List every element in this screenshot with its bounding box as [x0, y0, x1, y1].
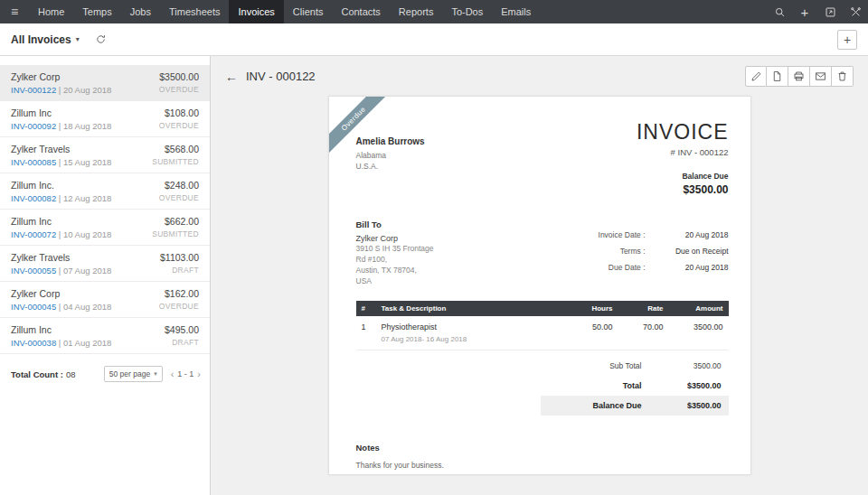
customer-address-line: Austin, TX 78704,	[356, 265, 434, 276]
pdf-button[interactable]	[767, 66, 788, 87]
refresh-button[interactable]	[92, 31, 110, 49]
invoice-status-badge: OVERDUE	[159, 121, 199, 130]
detail-header: ← INV - 000122	[211, 56, 868, 94]
status-ribbon-wrap: Overdue	[329, 97, 396, 163]
search-button[interactable]	[767, 0, 792, 23]
meta-row: Invoice Date : 20 Aug 2018	[599, 230, 729, 239]
invoice-list-item[interactable]: Zylker Corp INV-000122 | 20 Aug 2018 $35…	[0, 65, 210, 101]
invoice-list-item[interactable]: Zillum Inc INV-000072 | 10 Aug 2018 $662…	[0, 210, 210, 246]
nav-item-clients[interactable]: Clients	[284, 0, 333, 23]
invoice-number-link[interactable]: INV-000045	[11, 302, 56, 312]
separator: |	[59, 229, 61, 239]
balance-label: Balance Due	[592, 401, 641, 410]
subtotal-label: Sub Total	[609, 361, 641, 370]
invoice-list-item[interactable]: Zillum Inc INV-000092 | 18 Aug 2018 $108…	[0, 101, 210, 137]
total-label: Total	[623, 381, 642, 390]
quick-create-button[interactable]: +	[792, 0, 817, 23]
invoice-list-item[interactable]: Zillum Inc INV-000038 | 01 Aug 2018 $495…	[0, 318, 210, 354]
invoice-list-item[interactable]: Zylker Travels INV-000085 | 15 Aug 2018 …	[0, 137, 210, 173]
billto-row: Bill To Zylker Corp 3910 S IH 35 Frontag…	[356, 219, 729, 286]
total-count-label: Total Count :	[11, 369, 63, 379]
separator: |	[59, 266, 61, 276]
invoice-number-link[interactable]: INV-000122	[11, 85, 56, 95]
nav-item-jobs[interactable]: Jobs	[121, 0, 160, 23]
invoice-meta: INV-000092 | 18 Aug 2018	[11, 121, 111, 131]
invoice-number-link[interactable]: INV-000055	[11, 266, 56, 276]
panel-button[interactable]	[817, 0, 843, 23]
nav-item-emails[interactable]: Emails	[492, 0, 540, 23]
invoice-number-link[interactable]: INV-000092	[11, 121, 56, 131]
filter-label: All Invoices	[11, 33, 71, 46]
nav-item-contacts[interactable]: Contacts	[332, 0, 389, 23]
invoice-doc-title: INVOICE	[637, 120, 729, 145]
customer-address-line: USA	[356, 276, 434, 286]
meta-value: 20 Aug 2018	[646, 263, 729, 272]
invoice-title-block: INVOICE # INV - 000122 Balance Due $3500…	[637, 120, 729, 196]
nav-item-home[interactable]: Home	[29, 0, 73, 23]
invoice-list-sidebar: Zylker Corp INV-000122 | 20 Aug 2018 $35…	[0, 56, 211, 495]
email-button[interactable]	[810, 66, 832, 87]
top-navigation: ≡ Home Temps Jobs Timesheets Invoices Cl…	[0, 0, 868, 23]
invoice-document: Overdue Amelia Burrows Alabama U.S.A. IN…	[328, 96, 751, 475]
invoice-item-info: Zillum Inc. INV-000082 | 12 Aug 2018	[11, 180, 111, 203]
nav-item-timesheets[interactable]: Timesheets	[160, 0, 229, 23]
document-icon	[771, 70, 783, 82]
print-button[interactable]	[788, 66, 810, 87]
add-invoice-button[interactable]: +	[837, 30, 857, 50]
separator: |	[59, 193, 61, 203]
invoice-amount: $1103.00	[160, 252, 199, 263]
invoice-list-item[interactable]: Zylker Travels INV-000055 | 07 Aug 2018 …	[0, 246, 210, 282]
invoice-meta: INV-000055 | 07 Aug 2018	[11, 266, 111, 276]
invoice-item-amounts: $495.00 DRAFT	[165, 324, 199, 348]
next-page-button[interactable]: ›	[195, 369, 203, 379]
col-header-amount: Amount	[669, 301, 729, 316]
edit-button[interactable]	[745, 66, 767, 87]
invoice-date: 01 Aug 2018	[63, 338, 111, 348]
prev-page-button[interactable]: ‹	[169, 369, 176, 379]
invoice-company: Zillum Inc	[11, 216, 111, 227]
nav-item-reports[interactable]: Reports	[390, 0, 443, 23]
tools-button[interactable]	[843, 0, 868, 23]
invoice-item-info: Zylker Corp INV-000122 | 20 Aug 2018	[11, 71, 111, 95]
pagination: ‹ 1 - 1 ›	[169, 369, 203, 379]
separator: |	[59, 157, 61, 167]
invoice-meta: INV-000085 | 15 Aug 2018	[11, 157, 111, 167]
invoice-number-link[interactable]: INV-000082	[11, 193, 56, 203]
invoice-number-link[interactable]: INV-000085	[11, 157, 56, 167]
invoice-status-badge: SUBMITTED	[152, 157, 199, 166]
invoice-list-item[interactable]: Zylker Corp INV-000045 | 04 Aug 2018 $16…	[0, 282, 210, 318]
refresh-icon	[95, 33, 107, 45]
nav-item-todos[interactable]: To-Dos	[442, 0, 492, 23]
back-button[interactable]: ←	[225, 70, 238, 84]
pencil-icon	[750, 70, 762, 82]
topnav-spacer	[540, 0, 767, 23]
invoice-date: 07 Aug 2018	[63, 266, 111, 276]
line-num: 1	[356, 316, 376, 350]
invoice-item-info: Zylker Travels INV-000055 | 07 Aug 2018	[11, 252, 111, 276]
line-items-table: # Task & Description Hours Rate Amount 1	[356, 301, 729, 350]
nav-item-temps[interactable]: Temps	[73, 0, 120, 23]
invoice-number-link[interactable]: INV-000072	[11, 229, 56, 239]
invoice-status-badge: OVERDUE	[159, 85, 199, 94]
notes-text: Thanks for your business.	[356, 461, 729, 470]
invoice-detail-panel: ← INV - 000122	[211, 56, 868, 495]
invoice-list-item[interactable]: Zillum Inc. INV-000082 | 12 Aug 2018 $24…	[0, 173, 210, 210]
delete-button[interactable]	[832, 66, 854, 87]
col-header-hours: Hours	[568, 301, 618, 316]
invoice-filter-dropdown[interactable]: All Invoices ▾	[11, 33, 80, 46]
toolbar: All Invoices ▾ +	[0, 23, 868, 56]
invoice-date: 12 Aug 2018	[63, 193, 111, 203]
per-page-select[interactable]: 50 per page ▾	[104, 366, 163, 382]
separator: |	[59, 121, 61, 131]
meta-row: Terms : Due on Receipt	[599, 247, 729, 256]
col-header-task: Task & Description	[376, 301, 568, 316]
separator: |	[59, 85, 61, 95]
panel-icon	[825, 6, 836, 18]
hamburger-menu-icon[interactable]: ≡	[0, 0, 29, 23]
col-header-num: #	[356, 301, 376, 316]
balance-due-label: Balance Due	[637, 172, 729, 181]
invoice-number-link[interactable]: INV-000038	[11, 338, 56, 348]
nav-item-invoices[interactable]: Invoices	[229, 0, 283, 23]
table-header-row: # Task & Description Hours Rate Amount	[356, 301, 729, 316]
line-hours: 50.00	[568, 316, 618, 350]
